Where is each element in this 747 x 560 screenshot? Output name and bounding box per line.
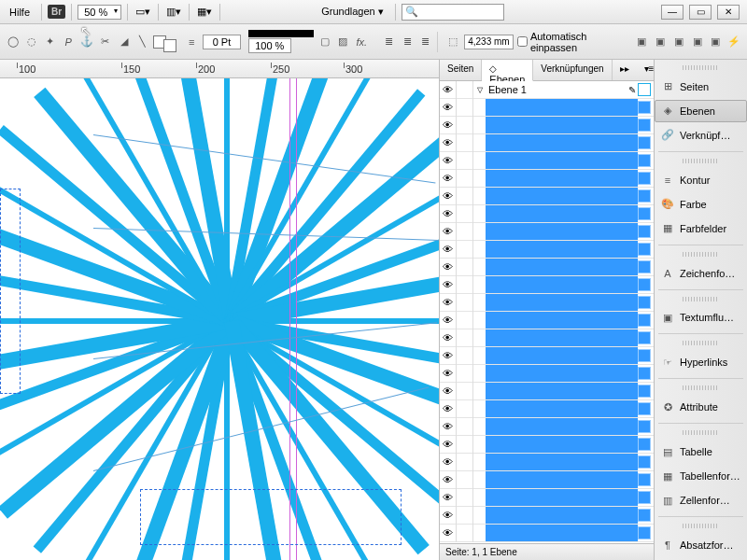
selection-indicator[interactable] bbox=[638, 509, 651, 522]
dock-grip[interactable] bbox=[683, 65, 719, 70]
visibility-icon[interactable]: 👁 bbox=[440, 99, 457, 117]
visibility-icon[interactable]: 👁 bbox=[440, 223, 457, 241]
line-icon[interactable]: ╲ bbox=[135, 34, 150, 50]
frame-fit-3-icon[interactable]: ▣ bbox=[671, 34, 686, 50]
layer-row[interactable]: 👁 bbox=[440, 347, 654, 365]
lock-slot[interactable] bbox=[457, 400, 473, 418]
layer-row[interactable]: 👁 bbox=[440, 489, 654, 507]
visibility-icon[interactable]: 👁 bbox=[440, 134, 457, 152]
lock-slot[interactable] bbox=[457, 365, 473, 383]
visibility-icon[interactable]: 👁 bbox=[440, 507, 457, 525]
selection-indicator[interactable] bbox=[638, 260, 651, 273]
minimize-button[interactable]: — bbox=[661, 5, 684, 20]
selection-indicator[interactable] bbox=[638, 278, 651, 291]
layer-row[interactable]: 👁 bbox=[440, 436, 654, 454]
layer-row[interactable]: 👁 bbox=[440, 418, 654, 436]
align-2-icon[interactable]: ≣ bbox=[400, 34, 415, 50]
lock-slot[interactable] bbox=[457, 241, 473, 259]
opacity-field[interactable]: 100 % bbox=[248, 38, 291, 53]
lock-slot[interactable] bbox=[457, 276, 473, 294]
stroke-weight-field[interactable]: 0 Pt bbox=[203, 35, 241, 49]
dock-tabelle[interactable]: ▤Tabelle bbox=[655, 441, 747, 463]
selection-indicator[interactable] bbox=[638, 83, 651, 96]
visibility-icon[interactable]: 👁 bbox=[440, 400, 457, 418]
autofit-checkbox[interactable]: Automatisch einpassen bbox=[517, 31, 622, 53]
selection-indicator[interactable] bbox=[638, 189, 651, 203]
align-3-icon[interactable]: ≣ bbox=[418, 34, 433, 50]
screen-mode-icon[interactable]: ▭▾ bbox=[134, 3, 152, 21]
anchor-icon[interactable]: ⚓ bbox=[79, 34, 94, 50]
selection-indicator[interactable] bbox=[638, 136, 651, 149]
selection-indicator[interactable] bbox=[638, 402, 651, 415]
frame-fit-5-icon[interactable]: ▣ bbox=[708, 34, 723, 50]
lock-slot[interactable] bbox=[457, 507, 473, 525]
visibility-icon[interactable]: 👁 bbox=[440, 525, 457, 542]
search-input[interactable]: 🔍 bbox=[402, 4, 504, 21]
measurement-field[interactable]: 4,233 mm bbox=[464, 35, 514, 49]
selection-indicator[interactable] bbox=[638, 367, 651, 380]
selection-indicator[interactable] bbox=[638, 420, 651, 433]
visibility-icon[interactable]: 👁 bbox=[440, 329, 457, 347]
dock-ebenen[interactable]: ◈Ebenen bbox=[655, 100, 747, 122]
lock-slot[interactable] bbox=[457, 525, 473, 542]
dock-absatzfor[interactable]: ¶Absatzfor… bbox=[655, 534, 747, 556]
visibility-icon[interactable]: 👁 bbox=[440, 188, 457, 205]
dock-zellenfor[interactable]: ▥Zellenfor… bbox=[655, 489, 747, 511]
layer-row[interactable]: 👁 bbox=[440, 170, 654, 188]
selection-indicator[interactable] bbox=[638, 455, 651, 469]
crop-icon[interactable]: ⬚ bbox=[445, 34, 460, 50]
lock-slot[interactable] bbox=[457, 259, 473, 276]
lock-slot[interactable] bbox=[457, 418, 473, 436]
visibility-icon[interactable]: 👁 bbox=[440, 276, 457, 294]
layer-row[interactable]: 👁 bbox=[440, 276, 654, 294]
lock-slot[interactable] bbox=[457, 99, 473, 117]
visibility-icon[interactable]: 👁 bbox=[440, 312, 457, 329]
layer-row[interactable]: 👁 bbox=[440, 259, 654, 276]
visibility-icon[interactable]: 👁 bbox=[440, 383, 457, 400]
lock-slot[interactable] bbox=[457, 117, 473, 134]
visibility-icon[interactable]: 👁 bbox=[440, 241, 457, 259]
tab-pages[interactable]: Seiten bbox=[440, 60, 482, 80]
align-1-icon[interactable]: ≣ bbox=[381, 34, 396, 50]
lock-slot[interactable] bbox=[457, 188, 473, 205]
layer-row[interactable]: 👁 bbox=[440, 99, 654, 117]
type-path-icon[interactable]: P bbox=[61, 34, 76, 50]
visibility-icon[interactable]: 👁 bbox=[440, 170, 457, 188]
ellipse-tool-icon[interactable]: ◯ bbox=[6, 34, 21, 50]
lock-slot[interactable] bbox=[457, 347, 473, 365]
layer-row[interactable]: 👁 bbox=[440, 383, 654, 400]
gradient-icon[interactable]: ▨ bbox=[336, 34, 351, 50]
layer-row[interactable]: 👁 bbox=[440, 400, 654, 418]
fx-icon[interactable]: fx. bbox=[354, 34, 369, 50]
dock-verknuepf[interactable]: 🔗Verknüpf… bbox=[655, 124, 747, 147]
quick-apply-icon[interactable]: ⚡ bbox=[726, 34, 741, 50]
close-button[interactable]: ✕ bbox=[717, 5, 740, 20]
selection-indicator[interactable] bbox=[638, 385, 651, 398]
layer-row[interactable]: 👁 bbox=[440, 312, 654, 329]
help-menu[interactable]: Hilfe bbox=[4, 3, 35, 21]
panel-collapse-icon[interactable]: ▸▸ bbox=[613, 60, 637, 80]
layer-row[interactable]: 👁 bbox=[440, 134, 654, 152]
star-icon[interactable]: ✦ bbox=[43, 34, 58, 50]
frame-fit-2-icon[interactable]: ▣ bbox=[653, 34, 668, 50]
visibility-icon[interactable]: 👁 bbox=[440, 365, 457, 383]
lock-slot[interactable] bbox=[457, 223, 473, 241]
layer-row[interactable]: 👁 bbox=[440, 525, 654, 542]
visibility-icon[interactable]: 👁 bbox=[440, 436, 457, 454]
lock-slot[interactable] bbox=[457, 312, 473, 329]
layer-row[interactable]: 👁 bbox=[440, 223, 654, 241]
corner-icon[interactable]: ◢ bbox=[117, 34, 132, 50]
layer-row[interactable]: 👁 bbox=[440, 188, 654, 205]
selection-indicator[interactable] bbox=[638, 331, 651, 344]
selection-indicator[interactable] bbox=[638, 473, 651, 486]
layer-row[interactable]: 👁 bbox=[440, 329, 654, 347]
selection-indicator[interactable] bbox=[638, 101, 651, 114]
layer-row[interactable]: 👁 bbox=[440, 507, 654, 525]
layer-row[interactable]: 👁 bbox=[440, 152, 654, 170]
view-options-icon[interactable]: ▦▾ bbox=[195, 3, 214, 21]
dock-textumfl[interactable]: ▣Textumflu… bbox=[655, 307, 747, 329]
arrange-icon[interactable]: ▥▾ bbox=[164, 3, 183, 21]
tab-links[interactable]: Verknüpfungen bbox=[533, 60, 612, 80]
visibility-icon[interactable]: 👁 bbox=[440, 347, 457, 365]
lock-slot[interactable] bbox=[457, 436, 473, 454]
